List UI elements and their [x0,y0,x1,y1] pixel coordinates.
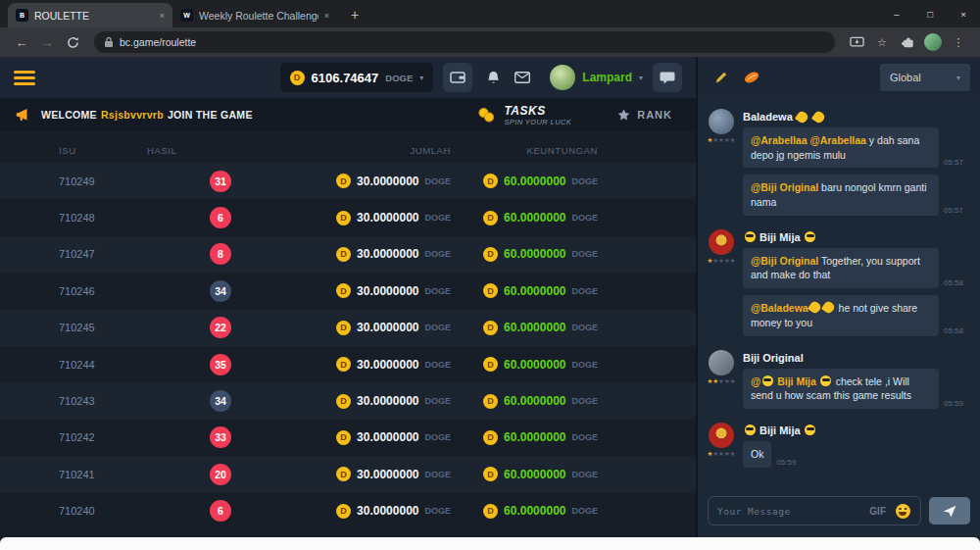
chat-message-list[interactable]: ★★★★★Baladewa@Arabellaa @Arabellaa y dah… [698,98,980,488]
lock-icon [104,36,114,48]
close-button[interactable]: × [947,0,980,27]
rank-banner[interactable]: RANK [616,108,672,123]
bet-amount-cell: D30.0000000DOGE [294,504,451,519]
chat-mention[interactable]: Biji Mija [774,375,819,387]
emoji-picker-button[interactable] [896,504,910,519]
column-keuntungan: KEUNTUNGAN [451,145,598,156]
table-row[interactable]: 71024522D30.0000000DOGED60.0000000DOGE [0,310,696,346]
chat-username[interactable]: Biji Original [743,352,970,364]
table-row[interactable]: 71024334D30.0000000DOGED60.0000000DOGE [0,382,696,419]
minimize-button[interactable]: – [880,0,913,27]
tab-close-icon[interactable]: × [160,11,165,21]
doge-coin-icon: D [336,174,351,188]
round-id: 710247 [59,248,147,260]
tab-close-icon[interactable]: × [324,11,329,21]
chat-mention[interactable]: @Arabellaa [751,134,808,146]
sports-ball-button[interactable] [739,65,764,90]
send-plane-icon [943,505,956,518]
doge-coin-icon: D [483,357,498,372]
bet-amount-cell: D30.0000000DOGE [294,283,451,298]
chat-username[interactable]: Biji Mija [743,231,970,243]
bet-amount-cell: D30.0000000DOGE [294,394,451,409]
chat-mention[interactable]: @Biji Original [751,255,818,267]
table-row[interactable]: 7102406D30.0000000DOGED60.0000000DOGE [0,493,696,529]
notifications-bell-button[interactable] [486,70,501,85]
table-row[interactable]: 7102486D30.0000000DOGED60.0000000DOGE [0,199,696,235]
round-id: 710240 [59,505,147,517]
tasks-banner[interactable]: TASKS SPIN YOUR LUCK [477,104,571,126]
back-button[interactable]: ← [10,30,33,54]
message-time: 05:57 [944,158,963,168]
chat-mention[interactable]: @ [751,375,760,387]
menu-hamburger-icon[interactable] [14,71,35,85]
profit-cell: D60.0000000DOGE [451,321,598,335]
tasks-title: TASKS [504,104,571,118]
tab-weekly-challenge[interactable]: W Weekly Roulette Challenge - Win × [172,3,337,27]
doge-coin-icon: D [483,467,498,481]
address-bar[interactable]: bc.game/roulette [94,31,835,53]
avatar-column: ★★★★★ [708,350,735,416]
chat-room-select[interactable]: Global ▾ [880,64,970,91]
table-row[interactable]: 71024634D30.0000000DOGED60.0000000DOGE [0,273,696,309]
chat-username[interactable]: Biji Mija [743,425,970,436]
profit-amount: 60.0000000 [504,175,565,188]
message-input-container: GIF [708,496,921,525]
star-icon: ★ [730,258,736,265]
install-app-button[interactable] [845,30,868,54]
app-header: D 6106.74647 DOGE ▾ Lampard ▾ [0,57,696,98]
reload-button[interactable] [61,30,84,54]
messages-mail-button[interactable] [514,72,530,83]
chat-mention[interactable]: @Baladewa [751,302,808,314]
coins-icon [477,107,496,124]
forward-button[interactable]: → [35,30,59,54]
bookmark-star-button[interactable]: ☆ [870,30,894,54]
extensions-button[interactable] [896,30,919,54]
bet-currency: DOGE [424,176,451,186]
avatar[interactable] [709,229,734,255]
chat-mention[interactable]: @Biji Original [751,181,818,193]
avatar-column: ★★★★★ [708,423,735,475]
new-tab-button[interactable]: + [343,3,367,26]
doge-coin-icon: D [336,247,351,262]
table-row[interactable]: 7102478D30.0000000DOGED60.0000000DOGE [0,236,696,273]
result-cell: 34 [147,390,294,412]
wallet-button[interactable] [443,63,472,92]
main-panel: D 6106.74647 DOGE ▾ Lampard ▾ [0,57,696,537]
send-button[interactable] [929,497,970,525]
maximize-button[interactable]: □ [913,0,947,27]
moderator-quill-button[interactable] [708,65,733,90]
profile-avatar[interactable] [921,30,945,54]
table-row[interactable]: 71024931D30.0000000DOGED60.0000000DOGE [0,163,696,199]
table-row[interactable]: 71024233D30.0000000DOGED60.0000000DOGE [0,420,696,456]
sunglasses-emoji-icon [805,231,815,242]
menu-kebab-icon[interactable]: ⋮ [947,30,970,54]
gif-button[interactable]: GIF [869,506,886,517]
chat-toggle-button[interactable] [653,63,682,92]
bet-amount-cell: D30.0000000DOGE [294,430,451,445]
chat-message-group: ★★★★★Biji Mija@Biji Original Together, y… [698,223,980,343]
message-input[interactable] [717,506,861,517]
sunglasses-emoji-icon [745,425,756,435]
balance-dropdown[interactable]: D 6106.74647 DOGE ▾ [280,63,434,92]
chat-header: Global ▾ [698,57,980,98]
bet-amount: 30.0000000 [357,504,418,518]
bet-amount: 30.0000000 [357,430,418,444]
tab-roulette[interactable]: B ROULETTE × [8,3,172,27]
chat-room-label: Global [890,72,921,83]
profit-currency: DOGE [571,176,598,186]
profit-amount: 60.0000000 [504,247,565,261]
sunglasses-emoji-icon [762,375,773,386]
user-menu[interactable]: Lampard ▾ [550,65,643,90]
avatar[interactable] [709,423,734,448]
chat-mention[interactable]: @Arabellaa [809,134,866,146]
bet-amount: 30.0000000 [357,321,418,334]
avatar[interactable] [709,109,734,134]
result-cell: 34 [147,280,294,302]
chat-text: Biji Mija [760,425,801,436]
avatar[interactable] [709,350,734,375]
extensions-puzzle-icon [901,35,915,50]
table-row[interactable]: 71024120D30.0000000DOGED60.0000000DOGE [0,456,696,492]
chat-username[interactable]: Baladewa [743,111,970,123]
tasks-subtitle: SPIN YOUR LUCK [504,118,571,126]
table-row[interactable]: 71024435D30.0000000DOGED60.0000000DOGE [0,346,696,382]
